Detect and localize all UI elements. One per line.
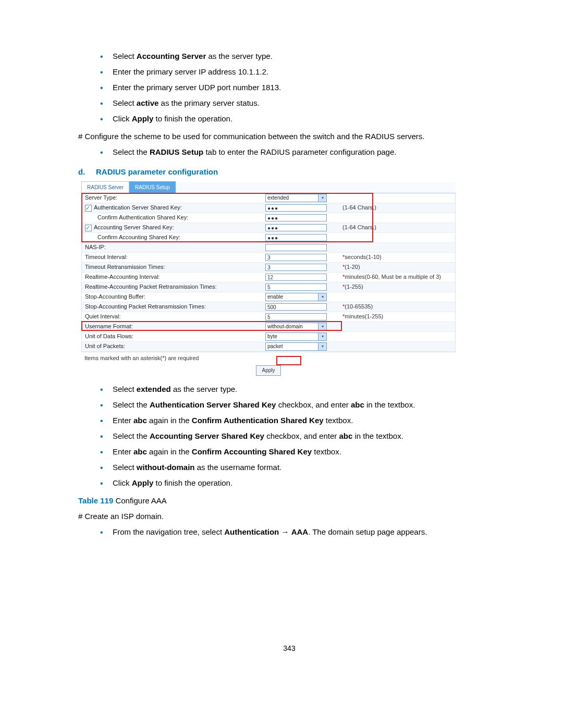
input-quiet[interactable]: 5 — [265, 313, 327, 320]
settings-grid: Server Type: extended▾ Authentication Se… — [81, 193, 456, 352]
hint-timeout: *seconds(1-10) — [339, 253, 455, 262]
input-conf-acct-key[interactable]: ●●● — [265, 234, 327, 241]
bullet-item: Select active as the primary server stat… — [100, 97, 500, 109]
bullet-list-mid: Select the RADIUS Setup tab to enter the… — [100, 146, 500, 158]
bullet-item: Enter the primary server IP address 10.1… — [100, 66, 500, 78]
bullet-list-top: Select Accounting Server as the server t… — [100, 50, 500, 125]
chevron-down-icon: ▾ — [318, 333, 326, 340]
select-userfmt[interactable]: without-domain▾ — [265, 323, 327, 331]
select-stopbuf[interactable]: enable▾ — [265, 293, 327, 301]
bullet-item: Enter the primary server UDP port number… — [100, 81, 500, 94]
hint-retrans: *(1-20) — [339, 263, 455, 272]
bullet-item: Select the Accounting Server Shared Key … — [100, 430, 500, 442]
radius-setup-screenshot: RADIUS Server RADIUS Setup Server Type: … — [81, 182, 456, 376]
apply-button[interactable]: Apply — [256, 365, 280, 376]
select-server-type[interactable]: extended▾ — [265, 194, 327, 202]
hint-acct-key: (1-64 Chars.) — [339, 223, 455, 232]
input-realret[interactable]: 5 — [265, 283, 327, 291]
hint-realint: *minutes(0-60, Must be a multiple of 3) — [339, 273, 455, 282]
bullet-item: Click Apply to finish the operation. — [100, 477, 500, 489]
label-unitpkt: Unit of Packets: — [82, 342, 265, 351]
bullet-item: Enter abc again in the Confirm Accountin… — [100, 446, 500, 458]
input-realint[interactable]: 12 — [265, 274, 327, 281]
select-unitpkt[interactable]: packet▾ — [265, 342, 327, 351]
label-conf-auth-key: Confirm Authentication Shared Key: — [82, 213, 265, 223]
label-userfmt: Username Format: — [82, 322, 265, 331]
input-conf-auth-key[interactable]: ●●● — [265, 214, 327, 221]
footnote-required: Items marked with an asterisk(*) are req… — [81, 352, 456, 363]
chevron-down-icon: ▾ — [318, 194, 326, 202]
checkbox-acct-key[interactable] — [85, 225, 92, 231]
paragraph-hash-2: # Create an ISP domain. — [78, 510, 500, 523]
input-stopret[interactable]: 500 — [265, 303, 327, 311]
hint-stopret: *(10-65535) — [339, 302, 455, 312]
tab-radius-server[interactable]: RADIUS Server — [81, 181, 129, 193]
input-auth-key[interactable]: ●●● — [265, 204, 327, 212]
bullet-item: Click Apply to finish the operation. — [100, 113, 500, 125]
bullet-item: Select without-domain as the username fo… — [100, 461, 500, 474]
bullet-item: Select the RADIUS Setup tab to enter the… — [100, 146, 500, 158]
bullet-item: Select the Authentication Server Shared … — [100, 399, 500, 411]
bullet-item: Select extended as the server type. — [100, 383, 500, 396]
tab-radius-setup[interactable]: RADIUS Setup — [129, 181, 176, 193]
input-nas-ip[interactable] — [265, 244, 327, 251]
label-timeout: Timeout Interval: — [82, 253, 265, 262]
bullet-item: From the navigation tree, select Authent… — [100, 526, 500, 538]
select-unitdata[interactable]: byte▾ — [265, 332, 327, 341]
section-heading-d: d.RADIUS parameter configuration — [78, 166, 500, 178]
hint-realret: *(1-255) — [339, 282, 455, 292]
hint-auth-key: (1-64 Chars.) — [339, 203, 455, 213]
bullet-item: Enter abc again in the Confirm Authentic… — [100, 414, 500, 427]
input-acct-key[interactable]: ●●● — [265, 224, 327, 231]
chevron-down-icon: ▾ — [318, 323, 326, 330]
table-caption: Table 119 Configure AAA — [78, 495, 500, 507]
paragraph-hash-1: # Configure the scheme to be used for co… — [78, 130, 500, 143]
label-acct-key: Accounting Server Shared Key: — [82, 223, 265, 232]
label-stopret: Stop-Accounting Packet Retransmission Ti… — [82, 302, 265, 312]
tab-bar: RADIUS Server RADIUS Setup — [81, 182, 456, 193]
label-stopbuf: Stop-Accounting Buffer: — [82, 292, 265, 302]
bullet-item: Select Accounting Server as the server t… — [100, 50, 500, 63]
page-number: 343 — [78, 643, 500, 654]
label-auth-key: Authentication Server Shared Key: — [82, 203, 265, 213]
label-unitdata: Unit of Data Flows: — [82, 332, 265, 341]
label-realret: Realtime-Accounting Packet Retransmissio… — [82, 282, 265, 292]
checkbox-auth-key[interactable] — [85, 205, 92, 212]
input-retrans[interactable]: 3 — [265, 264, 327, 271]
bullet-list-bottom: Select extended as the server type.Selec… — [100, 383, 500, 489]
chevron-down-icon: ▾ — [318, 293, 326, 301]
hint-quiet: *minutes(1-255) — [339, 312, 455, 322]
label-retrans: Timeout Retransmission Times: — [82, 263, 265, 272]
label-nas-ip: NAS-IP: — [82, 243, 265, 252]
chevron-down-icon: ▾ — [318, 343, 326, 350]
bullet-list-last: From the navigation tree, select Authent… — [100, 526, 500, 538]
label-conf-acct-key: Confirm Accounting Shared Key: — [82, 233, 265, 242]
input-timeout[interactable]: 3 — [265, 254, 327, 261]
label-server-type: Server Type: — [82, 193, 265, 203]
label-realint: Realtime-Accounting Interval: — [82, 273, 265, 282]
label-quiet: Quiet Interval: — [82, 312, 265, 322]
